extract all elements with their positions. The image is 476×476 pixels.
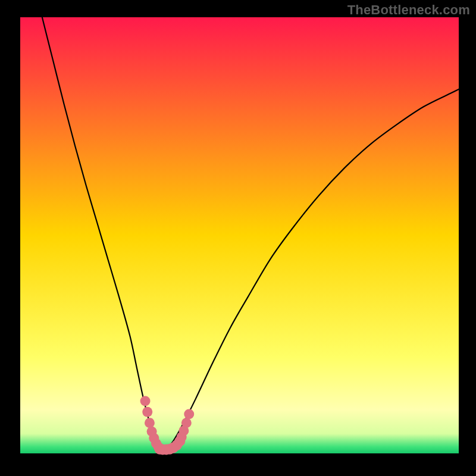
highlight-dot	[145, 418, 155, 428]
highlight-dot	[184, 409, 194, 419]
highlight-dot	[140, 396, 151, 406]
highlight-dot	[142, 407, 152, 417]
watermark-text: TheBottleneck.com	[347, 2, 470, 18]
plot-background	[20, 17, 459, 453]
bottleneck-chart	[0, 0, 476, 476]
highlight-dot	[181, 418, 192, 428]
